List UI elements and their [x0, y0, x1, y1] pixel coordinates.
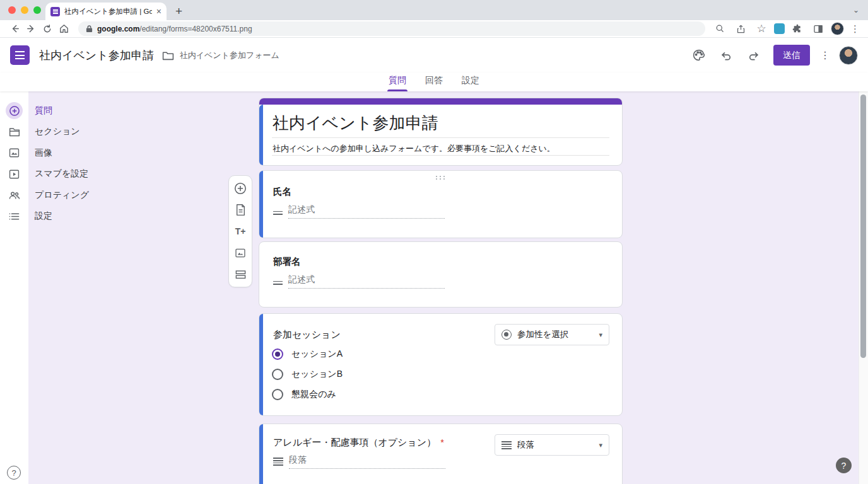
google-forms-favicon-icon — [50, 7, 60, 16]
video-icon — [6, 166, 23, 183]
new-tab-button[interactable]: + — [175, 5, 182, 17]
browser-tab-strip: 社内イベント参加申請 | Google × + ⌄ — [0, 0, 868, 20]
browser-menu-kebab-icon[interactable]: ⋮ — [848, 23, 862, 35]
answer-preview: 記述式 — [273, 274, 445, 289]
more-options-kebab-icon[interactable]: ⋮ — [818, 43, 833, 67]
extension-pinned-icon[interactable] — [774, 23, 785, 34]
question-title[interactable]: 部署名 — [273, 256, 301, 268]
sidebar-nav: 質問 セクション 画像 スマブを設定 プロティング — [0, 100, 145, 227]
sidebar-item-collaborate[interactable]: プロティング — [0, 185, 145, 206]
people-icon — [6, 187, 23, 204]
zoom-search-icon[interactable] — [712, 21, 728, 37]
back-icon[interactable] — [6, 21, 23, 37]
radio-icon[interactable] — [272, 369, 283, 380]
help-outline-icon[interactable]: ? — [7, 466, 21, 480]
option-row[interactable]: 懇親会のみ — [272, 389, 336, 400]
forward-icon[interactable] — [23, 21, 39, 37]
header-actions: 送信 ⋮ — [686, 43, 858, 67]
import-questions-icon[interactable] — [233, 203, 248, 217]
tab-search-chevron-icon[interactable]: ⌄ — [853, 6, 859, 14]
url-bar[interactable]: google.com/editang/forms=48200x67511.png — [78, 21, 705, 36]
forms-app-header: 社内イベント参加申請 社内イベント参加フォーム 送信 ⋮ — [0, 38, 868, 72]
tab-settings[interactable]: 設定 — [460, 72, 481, 91]
account-avatar[interactable] — [839, 46, 858, 65]
question-card-4[interactable]: アレルギー・配慮事項（オプション）* 段落 ▾ 段落 — [259, 424, 623, 484]
theme-palette-icon[interactable] — [686, 43, 710, 67]
title-underline — [272, 137, 609, 138]
paragraph-icon — [273, 458, 283, 466]
question-title[interactable]: 氏名 — [273, 186, 291, 198]
selection-indicator — [259, 314, 263, 415]
extensions-puzzle-icon[interactable] — [789, 21, 806, 37]
url-domain: google.com — [97, 25, 139, 33]
add-section-icon[interactable] — [233, 267, 248, 281]
option-row[interactable]: セッションB — [272, 369, 343, 380]
sidebar-item-settings[interactable]: 設定 — [0, 206, 145, 228]
folder-name[interactable]: 社内イベント参加フォーム — [180, 50, 279, 61]
document-title[interactable]: 社内イベント参加申請 — [39, 48, 154, 63]
answer-placeholder: 段落 — [289, 454, 445, 469]
short-answer-icon — [273, 211, 283, 215]
browser-toolbar: google.com/editang/forms=48200x67511.png… — [0, 20, 868, 38]
add-title-text-icon[interactable]: T+ — [233, 224, 248, 238]
chevron-down-icon: ▾ — [599, 441, 602, 449]
question-type-dropdown[interactable]: 参加性を選択 ▾ — [495, 324, 609, 345]
drag-handle-icon[interactable] — [436, 176, 446, 180]
scrollbar-track[interactable] — [859, 91, 868, 484]
browser-profile-avatar[interactable] — [831, 22, 844, 35]
radio-icon[interactable] — [272, 389, 283, 400]
move-to-folder-icon[interactable] — [162, 50, 174, 60]
question-card-1[interactable]: 氏名 記述式 — [259, 170, 623, 238]
add-image-icon[interactable] — [233, 246, 248, 260]
list-icon — [6, 208, 23, 225]
description-underline — [272, 155, 609, 156]
multiple-choice-icon — [501, 330, 512, 340]
tab-responses[interactable]: 回答 — [424, 72, 444, 91]
side-panel-icon[interactable] — [810, 21, 826, 37]
answer-type-label: 記述式 — [288, 274, 445, 289]
question-type-dropdown[interactable]: 段落 ▾ — [495, 434, 609, 456]
question-title[interactable]: アレルギー・配慮事項（オプション）* — [273, 437, 444, 449]
radio-selected-icon[interactable] — [272, 349, 283, 360]
add-question-icon[interactable] — [233, 182, 248, 195]
question-title[interactable]: 参加セッション — [273, 329, 341, 341]
minimize-window-button[interactable] — [21, 6, 28, 14]
reload-icon[interactable] — [39, 21, 56, 37]
home-icon[interactable] — [56, 21, 72, 37]
option-row[interactable]: セッションA — [272, 349, 343, 360]
tab-questions[interactable]: 質問 — [387, 72, 408, 91]
folder-icon — [6, 124, 23, 141]
tab-title: 社内イベント参加申請 | Google — [64, 7, 152, 16]
sidebar-item-video[interactable]: スマブを設定 — [0, 164, 145, 185]
share-icon[interactable] — [732, 21, 749, 37]
tab-close-icon[interactable]: × — [156, 7, 161, 16]
form-title-card[interactable]: 社内イベント参加申請 社内イベントへの参加申し込みフォームです。必要事項をご記入… — [259, 98, 623, 166]
required-asterisk: * — [440, 437, 444, 447]
bookmark-star-icon[interactable]: ☆ — [753, 21, 770, 37]
question-card-3[interactable]: 参加セッション 参加性を選択 ▾ セッションA セッションB 懇親会のみ — [259, 313, 623, 416]
chevron-down-icon: ▾ — [599, 331, 602, 339]
form-title[interactable]: 社内イベント参加申請 — [273, 112, 438, 134]
redo-icon[interactable] — [742, 43, 766, 67]
editor-content: 質問 セクション 画像 スマブを設定 プロティング — [0, 91, 868, 484]
url-path: /editang/forms=48200x67511.png — [139, 25, 252, 33]
macos-window-controls[interactable] — [8, 6, 41, 14]
short-answer-icon — [273, 281, 283, 285]
paragraph-icon — [501, 441, 512, 449]
scrollbar-thumb[interactable] — [860, 95, 866, 358]
sidebar-item-questions[interactable]: 質問 — [0, 100, 145, 122]
floating-toolbar: T+ — [228, 175, 252, 287]
close-window-button[interactable] — [8, 6, 16, 14]
sidebar-item-image[interactable]: 画像 — [0, 142, 145, 164]
question-card-2[interactable]: 部署名 記述式 — [259, 241, 623, 308]
send-button[interactable]: 送信 — [773, 45, 810, 66]
form-column: 社内イベント参加申請 社内イベントへの参加申し込みフォームです。必要事項をご記入… — [259, 91, 623, 484]
form-description[interactable]: 社内イベントへの参加申し込みフォームです。必要事項をご記入ください。 — [273, 143, 555, 154]
image-icon — [6, 144, 23, 161]
browser-tab[interactable]: 社内イベント参加申請 | Google × — [45, 3, 167, 20]
sidebar-item-section[interactable]: セクション — [0, 122, 145, 143]
google-forms-logo-icon[interactable] — [10, 45, 30, 65]
maximize-window-button[interactable] — [33, 6, 41, 14]
help-button[interactable]: ? — [836, 458, 852, 473]
undo-icon[interactable] — [714, 43, 738, 67]
